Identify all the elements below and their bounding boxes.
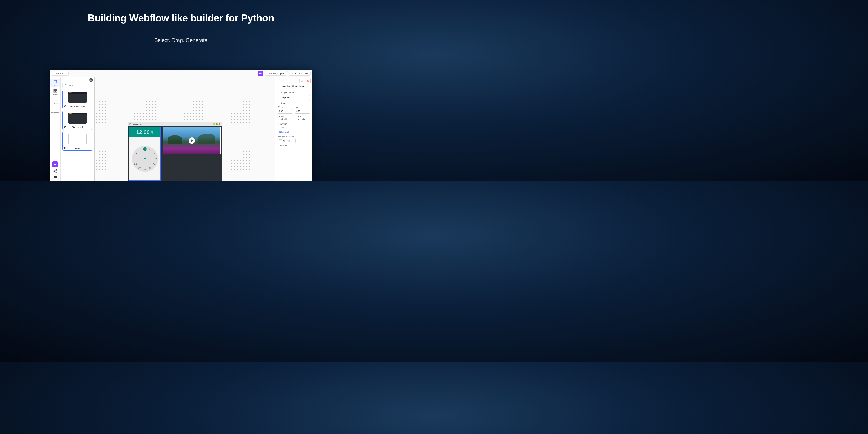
upload-icon — [53, 98, 57, 102]
widget-preview — [68, 113, 87, 124]
clock-number[interactable]: 11 — [138, 148, 141, 150]
fit-height-label: Fit height — [295, 115, 310, 117]
section-widget-name[interactable]: ⌄Widget Name — [278, 91, 310, 94]
timepicker-widget[interactable]: 12:00 AM PM 12 120102030405060708 — [129, 127, 161, 181]
github-icon[interactable] — [64, 147, 67, 149]
sidebar-item-plugins[interactable]: Plugins — [51, 88, 60, 96]
project-name[interactable]: untitled project — [265, 71, 287, 76]
widget-preview — [68, 133, 87, 145]
svg-point-13 — [65, 85, 66, 86]
svg-rect-2 — [55, 89, 57, 90]
widget-icon — [53, 80, 57, 84]
clock-number[interactable]: 05 — [149, 167, 151, 169]
theme-label: Theme — [278, 127, 310, 129]
delete-button[interactable] — [306, 78, 311, 83]
search-placeholder: Search — [68, 84, 76, 87]
widget-label: Top Level — [72, 126, 83, 129]
topbar: customtk ⌄ untitled project Export code — [50, 70, 312, 77]
premium-icon[interactable] — [258, 71, 263, 76]
clock-number[interactable]: 07 — [138, 167, 141, 169]
fit-width-checkbox[interactable]: Fit width — [278, 118, 293, 121]
time-display: 12:00 — [136, 129, 150, 135]
panel-title: Analog timepicker — [278, 85, 310, 88]
framework-select[interactable]: customtk ⌄ — [52, 71, 69, 76]
github-icon[interactable] — [64, 105, 67, 108]
widget-card-main-window[interactable]: Main window — [62, 90, 92, 109]
export-label: Export code — [295, 72, 308, 75]
premium-sidebar-icon[interactable] — [52, 161, 58, 167]
svg-point-9 — [54, 170, 55, 172]
chevron-down-icon: ⌄ — [278, 123, 279, 125]
widget-card-top-level[interactable]: Top Level — [62, 111, 92, 130]
clock-number[interactable]: 04 — [153, 163, 156, 165]
sidebar-item-templates[interactable]: Templates — [51, 106, 60, 114]
undo-button[interactable] — [299, 78, 304, 83]
fit-height-checkbox[interactable]: Fit height — [295, 118, 310, 121]
clock-center — [144, 158, 146, 159]
timepicker-header: 12:00 AM PM — [129, 127, 160, 137]
svg-line-14 — [66, 86, 67, 87]
export-code-button[interactable]: Export code — [289, 71, 311, 76]
framework-label: customtk — [54, 72, 64, 75]
plugins-icon — [53, 89, 57, 93]
svg-point-10 — [56, 172, 57, 173]
widget-name-input[interactable] — [278, 95, 310, 100]
chevron-down-icon: ⌄ — [307, 131, 309, 133]
bg-color-label: Background Color — [278, 135, 310, 138]
left-sidebar: Widgets Plugins Uploads Templates — [50, 77, 61, 181]
widget-card-frame[interactable]: Frame — [62, 131, 92, 151]
window-title: Main Window — [129, 123, 142, 125]
widget-preview — [68, 92, 87, 103]
section-size[interactable]: ⌄Size — [278, 102, 310, 105]
play-button[interactable] — [189, 137, 195, 144]
close-panel-button[interactable]: ✕ — [89, 78, 93, 82]
svg-line-11 — [55, 170, 56, 171]
color-swatch — [279, 140, 282, 142]
clock-number[interactable]: 08 — [134, 163, 136, 165]
sidebar-label: Plugins — [52, 93, 58, 95]
search-input[interactable]: Search — [62, 83, 92, 88]
search-icon — [64, 84, 67, 87]
app-window: customtk ⌄ untitled project Export code … — [50, 70, 312, 181]
widget-label: Main window — [70, 105, 85, 108]
hero-subtitle: Select. Drag. Generate — [0, 37, 362, 43]
hero-title: Building Webflow like builder for Python — [0, 12, 362, 24]
download-icon — [291, 72, 293, 74]
sidebar-label: Widgets — [52, 84, 58, 86]
properties-panel: Analog timepicker ⌄Widget Name ⌄Size Wid… — [275, 77, 312, 181]
docs-icon[interactable] — [53, 175, 57, 179]
clock-number[interactable]: 10 — [134, 152, 136, 154]
pm-label[interactable]: PM — [151, 132, 154, 134]
clock-number[interactable]: 01 — [149, 148, 151, 150]
clock-number[interactable]: 03 — [155, 158, 157, 160]
canvas[interactable]: Main Window 12:00 AM PM — [94, 77, 275, 181]
traffic-lights — [213, 123, 220, 125]
svg-rect-4 — [55, 91, 57, 92]
clock-face[interactable]: 12 120102030405060708091011 — [132, 146, 158, 172]
sidebar-label: Templates — [51, 112, 59, 114]
height-input[interactable] — [295, 109, 310, 114]
am-label[interactable]: AM — [151, 130, 154, 132]
clock-number[interactable]: 06 — [144, 168, 146, 170]
clock-number[interactable]: 02 — [153, 152, 156, 154]
sidebar-item-widgets[interactable]: Widgets — [51, 79, 60, 87]
templates-icon — [53, 107, 57, 111]
canvas-main-window[interactable]: Main Window 12:00 AM PM — [128, 122, 222, 181]
chevron-down-icon: ⌄ — [278, 102, 279, 104]
theme-select[interactable]: Navy Blue ⌄ — [278, 129, 310, 134]
fit-width-label: Fit width — [278, 115, 293, 117]
svg-rect-3 — [54, 91, 55, 92]
share-icon[interactable] — [53, 169, 57, 173]
svg-line-12 — [55, 171, 56, 172]
bg-color-input[interactable]: #FFFFFF — [278, 138, 296, 143]
github-icon[interactable] — [64, 126, 67, 129]
clock-number[interactable]: 09 — [133, 158, 135, 160]
widget-label: Frame — [74, 147, 81, 149]
section-styling[interactable]: ⌄Styling — [278, 123, 310, 125]
clock-color-label: Clock Color — [278, 145, 310, 147]
video-widget[interactable] — [163, 127, 221, 154]
sidebar-item-uploads[interactable]: Uploads — [51, 97, 60, 105]
width-input[interactable] — [278, 109, 293, 114]
svg-point-8 — [56, 169, 57, 170]
clock-number[interactable]: 12 — [144, 147, 146, 149]
